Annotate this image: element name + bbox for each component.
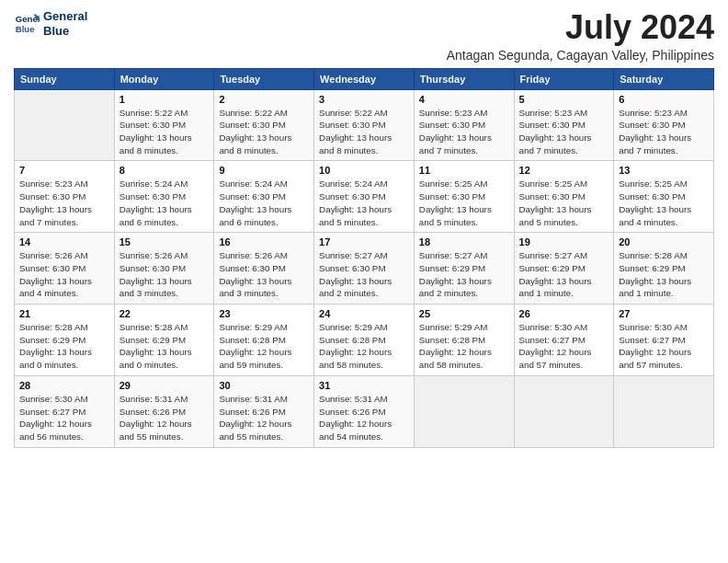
day-info: Sunrise: 5:23 AM Sunset: 6:30 PM Dayligh… xyxy=(419,107,509,157)
day-number: 11 xyxy=(419,165,509,176)
calendar-cell xyxy=(514,375,614,447)
day-info: Sunrise: 5:28 AM Sunset: 6:29 PM Dayligh… xyxy=(619,249,709,300)
logo: General Blue General Blue xyxy=(14,9,87,38)
day-info: Sunrise: 5:22 AM Sunset: 6:30 PM Dayligh… xyxy=(119,107,210,157)
day-number: 14 xyxy=(19,236,109,247)
day-info: Sunrise: 5:31 AM Sunset: 6:26 PM Dayligh… xyxy=(219,393,309,443)
calendar-cell: 4Sunrise: 5:23 AM Sunset: 6:30 PM Daylig… xyxy=(414,89,514,161)
calendar-week-row: 28Sunrise: 5:30 AM Sunset: 6:27 PM Dayli… xyxy=(15,375,714,447)
day-number: 5 xyxy=(519,94,609,105)
weekday-header-cell: Monday xyxy=(114,68,214,89)
day-info: Sunrise: 5:24 AM Sunset: 6:30 PM Dayligh… xyxy=(319,178,409,228)
day-number: 7 xyxy=(19,165,109,176)
calendar-cell: 25Sunrise: 5:29 AM Sunset: 6:28 PM Dayli… xyxy=(414,304,514,376)
day-info: Sunrise: 5:23 AM Sunset: 6:30 PM Dayligh… xyxy=(619,107,709,157)
calendar-cell: 22Sunrise: 5:28 AM Sunset: 6:29 PM Dayli… xyxy=(114,304,214,376)
day-number: 13 xyxy=(619,165,709,176)
day-number: 1 xyxy=(119,94,210,105)
calendar-cell: 15Sunrise: 5:26 AM Sunset: 6:30 PM Dayli… xyxy=(114,233,214,304)
calendar-cell: 27Sunrise: 5:30 AM Sunset: 6:27 PM Dayli… xyxy=(614,304,714,376)
day-info: Sunrise: 5:27 AM Sunset: 6:29 PM Dayligh… xyxy=(419,249,509,300)
calendar-cell: 20Sunrise: 5:28 AM Sunset: 6:29 PM Dayli… xyxy=(614,233,714,304)
day-number: 28 xyxy=(19,380,109,391)
day-info: Sunrise: 5:27 AM Sunset: 6:30 PM Dayligh… xyxy=(319,249,409,300)
day-info: Sunrise: 5:26 AM Sunset: 6:30 PM Dayligh… xyxy=(219,249,309,300)
day-number: 16 xyxy=(219,236,309,247)
calendar-cell: 12Sunrise: 5:25 AM Sunset: 6:30 PM Dayli… xyxy=(514,161,614,233)
calendar-cell: 1Sunrise: 5:22 AM Sunset: 6:30 PM Daylig… xyxy=(114,89,214,161)
day-number: 29 xyxy=(119,380,210,391)
day-number: 12 xyxy=(519,165,609,176)
day-number: 22 xyxy=(119,308,210,319)
day-number: 24 xyxy=(319,308,409,319)
day-info: Sunrise: 5:31 AM Sunset: 6:26 PM Dayligh… xyxy=(319,393,409,443)
day-number: 10 xyxy=(319,165,409,176)
calendar-cell: 17Sunrise: 5:27 AM Sunset: 6:30 PM Dayli… xyxy=(314,233,415,304)
day-info: Sunrise: 5:30 AM Sunset: 6:27 PM Dayligh… xyxy=(519,321,609,372)
calendar-cell: 13Sunrise: 5:25 AM Sunset: 6:30 PM Dayli… xyxy=(614,161,714,233)
logo-icon: General Blue xyxy=(14,11,40,37)
title-area: July 2024 Antagan Segunda, Cagayan Valle… xyxy=(447,9,714,63)
calendar-subtitle: Antagan Segunda, Cagayan Valley, Philipp… xyxy=(447,48,714,63)
day-info: Sunrise: 5:30 AM Sunset: 6:27 PM Dayligh… xyxy=(619,321,709,372)
day-info: Sunrise: 5:28 AM Sunset: 6:29 PM Dayligh… xyxy=(119,321,210,372)
calendar-cell: 7Sunrise: 5:23 AM Sunset: 6:30 PM Daylig… xyxy=(15,161,115,233)
day-info: Sunrise: 5:26 AM Sunset: 6:30 PM Dayligh… xyxy=(19,249,109,300)
day-info: Sunrise: 5:31 AM Sunset: 6:26 PM Dayligh… xyxy=(119,393,210,443)
day-info: Sunrise: 5:22 AM Sunset: 6:30 PM Dayligh… xyxy=(219,107,309,157)
day-number: 26 xyxy=(519,308,609,319)
calendar-cell xyxy=(614,375,714,447)
day-info: Sunrise: 5:30 AM Sunset: 6:27 PM Dayligh… xyxy=(19,393,109,443)
day-number: 3 xyxy=(319,94,409,105)
day-info: Sunrise: 5:26 AM Sunset: 6:30 PM Dayligh… xyxy=(119,249,210,300)
calendar-cell: 9Sunrise: 5:24 AM Sunset: 6:30 PM Daylig… xyxy=(214,161,314,233)
day-info: Sunrise: 5:25 AM Sunset: 6:30 PM Dayligh… xyxy=(419,178,509,228)
day-number: 9 xyxy=(219,165,309,176)
day-info: Sunrise: 5:24 AM Sunset: 6:30 PM Dayligh… xyxy=(219,178,309,228)
weekday-header-cell: Wednesday xyxy=(314,68,415,89)
weekday-header-cell: Friday xyxy=(514,68,614,89)
calendar-cell: 3Sunrise: 5:22 AM Sunset: 6:30 PM Daylig… xyxy=(314,89,415,161)
weekday-header-row: SundayMondayTuesdayWednesdayThursdayFrid… xyxy=(15,68,714,89)
calendar-week-row: 7Sunrise: 5:23 AM Sunset: 6:30 PM Daylig… xyxy=(15,161,714,233)
calendar-body: 1Sunrise: 5:22 AM Sunset: 6:30 PM Daylig… xyxy=(15,89,714,447)
logo-text-line2: Blue xyxy=(43,24,87,39)
day-info: Sunrise: 5:28 AM Sunset: 6:29 PM Dayligh… xyxy=(19,321,109,372)
calendar-week-row: 14Sunrise: 5:26 AM Sunset: 6:30 PM Dayli… xyxy=(15,233,714,304)
day-number: 27 xyxy=(619,308,709,319)
day-number: 21 xyxy=(19,308,109,319)
day-info: Sunrise: 5:29 AM Sunset: 6:28 PM Dayligh… xyxy=(419,321,509,372)
calendar-cell: 23Sunrise: 5:29 AM Sunset: 6:28 PM Dayli… xyxy=(214,304,314,376)
day-info: Sunrise: 5:29 AM Sunset: 6:28 PM Dayligh… xyxy=(319,321,409,372)
weekday-header-cell: Tuesday xyxy=(214,68,314,89)
calendar-cell: 8Sunrise: 5:24 AM Sunset: 6:30 PM Daylig… xyxy=(114,161,214,233)
calendar-cell: 18Sunrise: 5:27 AM Sunset: 6:29 PM Dayli… xyxy=(414,233,514,304)
day-number: 30 xyxy=(219,380,309,391)
day-number: 6 xyxy=(619,94,709,105)
calendar-week-row: 1Sunrise: 5:22 AM Sunset: 6:30 PM Daylig… xyxy=(15,89,714,161)
calendar-cell: 16Sunrise: 5:26 AM Sunset: 6:30 PM Dayli… xyxy=(214,233,314,304)
calendar-cell: 10Sunrise: 5:24 AM Sunset: 6:30 PM Dayli… xyxy=(314,161,415,233)
calendar-cell xyxy=(15,89,115,161)
day-info: Sunrise: 5:27 AM Sunset: 6:29 PM Dayligh… xyxy=(519,249,609,300)
calendar-week-row: 21Sunrise: 5:28 AM Sunset: 6:29 PM Dayli… xyxy=(15,304,714,376)
calendar-cell: 30Sunrise: 5:31 AM Sunset: 6:26 PM Dayli… xyxy=(214,375,314,447)
day-number: 20 xyxy=(619,236,709,247)
day-number: 25 xyxy=(419,308,509,319)
calendar-title: July 2024 xyxy=(447,9,714,46)
day-number: 8 xyxy=(119,165,210,176)
day-number: 15 xyxy=(119,236,210,247)
weekday-header-cell: Saturday xyxy=(614,68,714,89)
calendar-cell: 24Sunrise: 5:29 AM Sunset: 6:28 PM Dayli… xyxy=(314,304,415,376)
day-info: Sunrise: 5:24 AM Sunset: 6:30 PM Dayligh… xyxy=(119,178,210,228)
calendar-cell: 29Sunrise: 5:31 AM Sunset: 6:26 PM Dayli… xyxy=(114,375,214,447)
weekday-header-cell: Sunday xyxy=(15,68,115,89)
day-info: Sunrise: 5:25 AM Sunset: 6:30 PM Dayligh… xyxy=(619,178,709,228)
calendar-table: SundayMondayTuesdayWednesdayThursdayFrid… xyxy=(14,68,714,448)
svg-text:Blue: Blue xyxy=(16,23,35,33)
day-number: 31 xyxy=(319,380,409,391)
calendar-cell: 21Sunrise: 5:28 AM Sunset: 6:29 PM Dayli… xyxy=(15,304,115,376)
calendar-cell: 6Sunrise: 5:23 AM Sunset: 6:30 PM Daylig… xyxy=(614,89,714,161)
calendar-cell: 28Sunrise: 5:30 AM Sunset: 6:27 PM Dayli… xyxy=(15,375,115,447)
calendar-cell: 26Sunrise: 5:30 AM Sunset: 6:27 PM Dayli… xyxy=(514,304,614,376)
